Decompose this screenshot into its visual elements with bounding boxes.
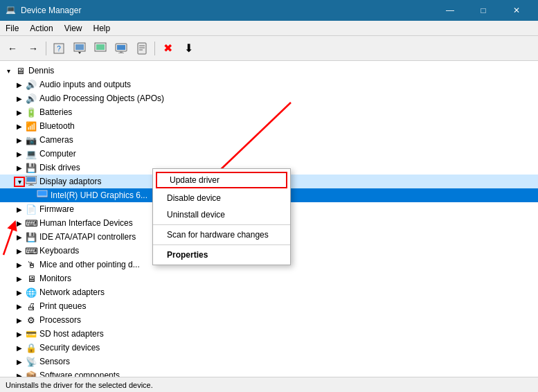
context-menu-scan[interactable]: Scan for hardware changes bbox=[153, 226, 290, 243]
expand-icon[interactable]: ▶ bbox=[14, 123, 25, 130]
svg-rect-17 bbox=[30, 184, 33, 185]
tree-label: Processors bbox=[39, 315, 81, 325]
expand-icon[interactable]: ▶ bbox=[14, 150, 25, 158]
context-menu-disable-device[interactable]: Disable device bbox=[153, 190, 290, 206]
tree-label: Monitors bbox=[39, 274, 71, 283]
expand-icon[interactable]: ▶ bbox=[14, 303, 25, 310]
toolbar-monitor[interactable] bbox=[111, 39, 131, 58]
svg-rect-8 bbox=[117, 45, 125, 50]
toolbar-scan[interactable] bbox=[91, 39, 110, 58]
maximize-button[interactable]: □ bbox=[467, 0, 499, 21]
svg-rect-6 bbox=[96, 44, 105, 50]
svg-rect-11 bbox=[138, 43, 146, 54]
computer-icon: 🖥 bbox=[14, 66, 26, 76]
list-item[interactable]: ▶ 🖨 Print queues bbox=[0, 299, 538, 313]
expand-icon[interactable]: ▶ bbox=[14, 344, 25, 352]
expand-icon[interactable]: ▶ bbox=[14, 164, 25, 172]
list-item[interactable]: ▶ 🔊 Audio inputs and outputs bbox=[0, 78, 538, 91]
context-menu: Update driver Disable device Uninstall d… bbox=[152, 168, 291, 265]
toolbar-remove[interactable]: ✖ bbox=[158, 39, 177, 58]
list-item[interactable]: ▶ 🖥 Monitors bbox=[0, 271, 538, 285]
expand-icon[interactable]: ▶ bbox=[14, 275, 25, 283]
tree-label: Sensors bbox=[39, 357, 70, 366]
list-item[interactable]: ▶ 🔋 Batteries bbox=[0, 105, 538, 119]
tree-label: Keyboards bbox=[39, 246, 79, 256]
main-container: ▾ 🖥 Dennis ▶ 🔊 Audio inputs and outputs … bbox=[0, 61, 538, 377]
toolbar-update[interactable] bbox=[70, 39, 89, 58]
expand-icon[interactable]: ▶ bbox=[14, 95, 25, 103]
toolbar-settings[interactable] bbox=[132, 39, 152, 58]
list-item[interactable]: ▶ 🔊 Audio Processing Objects (APOs) bbox=[0, 91, 538, 105]
tree-label: Human Interface Devices bbox=[39, 218, 133, 228]
expand-icon[interactable]: ▶ bbox=[14, 206, 25, 213]
toolbar-sep1 bbox=[46, 42, 46, 55]
root-expand-icon[interactable]: ▾ bbox=[3, 67, 14, 75]
expand-icon[interactable]: ▶ bbox=[14, 247, 25, 255]
expand-icon[interactable]: ▶ bbox=[14, 81, 25, 89]
list-item[interactable]: ▶ 💻 Computer bbox=[0, 147, 538, 161]
expand-icon[interactable]: ▶ bbox=[14, 220, 25, 227]
root-label: Dennis bbox=[28, 66, 54, 75]
status-text: Uninstalls the driver for the selected d… bbox=[6, 381, 153, 389]
expand-icon[interactable]: ▶ bbox=[14, 136, 25, 144]
toolbar-download[interactable]: ⬇ bbox=[179, 39, 198, 58]
svg-rect-18 bbox=[28, 185, 34, 186]
display-adaptors-expand-icon[interactable]: ▾ bbox=[14, 177, 25, 187]
expand-icon[interactable]: ▶ bbox=[14, 358, 25, 366]
minimize-button[interactable]: — bbox=[434, 0, 466, 21]
tree-label: Audio inputs and outputs bbox=[39, 80, 131, 89]
tree-label: Computer bbox=[39, 149, 76, 159]
tree-label: Display adaptors bbox=[39, 177, 101, 186]
expand-icon[interactable]: ▶ bbox=[14, 372, 25, 377]
svg-rect-9 bbox=[120, 51, 123, 53]
menu-action[interactable]: Action bbox=[24, 21, 58, 35]
tree-label: Firmware bbox=[39, 204, 74, 214]
context-menu-properties[interactable]: Properties bbox=[153, 247, 290, 263]
tree-label: Software components bbox=[39, 371, 120, 377]
tree-label: Disk drives bbox=[39, 163, 80, 172]
toolbar-sep2 bbox=[154, 42, 155, 55]
title-bar: 💻 Device Manager — □ ✕ bbox=[0, 0, 538, 21]
list-item[interactable]: ▶ 🔒 Security devices bbox=[0, 341, 538, 355]
svg-rect-20 bbox=[38, 190, 47, 195]
tree-label: Network adapters bbox=[39, 287, 105, 297]
menu-help[interactable]: Help bbox=[88, 21, 116, 35]
app-icon: 💻 bbox=[6, 5, 17, 16]
tree-label: Cameras bbox=[39, 135, 73, 145]
menu-file[interactable]: File bbox=[0, 21, 24, 35]
expand-icon[interactable]: ▶ bbox=[14, 261, 25, 269]
svg-rect-16 bbox=[27, 177, 36, 181]
toolbar-back[interactable]: ← bbox=[3, 39, 22, 58]
list-item[interactable]: ▶ 📡 Sensors bbox=[0, 355, 538, 368]
tree-label: Security devices bbox=[39, 343, 100, 353]
tree-label: Batteries bbox=[39, 107, 72, 117]
toolbar-properties[interactable]: ? bbox=[49, 39, 69, 58]
expand-icon[interactable]: ▶ bbox=[14, 109, 25, 116]
expand-icon bbox=[25, 192, 36, 199]
close-button[interactable]: ✕ bbox=[501, 0, 532, 21]
expand-icon[interactable]: ▶ bbox=[14, 317, 25, 324]
context-menu-update-driver[interactable]: Update driver bbox=[156, 172, 287, 188]
tree-label: SD host adapters bbox=[39, 329, 104, 339]
list-item[interactable]: ▶ 💳 SD host adapters bbox=[0, 327, 538, 341]
context-menu-uninstall-device[interactable]: Uninstall device bbox=[153, 206, 290, 223]
expand-icon[interactable]: ▶ bbox=[14, 330, 25, 338]
tree-label: Bluetooth bbox=[39, 121, 75, 131]
tree-label: Print queues bbox=[39, 301, 86, 311]
list-item[interactable]: ▶ 🌐 Network adapters bbox=[0, 285, 538, 299]
list-item[interactable]: ▶ 📶 Bluetooth bbox=[0, 119, 538, 133]
tree-label: Mice and other pointing d... bbox=[39, 260, 140, 269]
window-title: Device Manager bbox=[21, 6, 81, 15]
tree-label: Audio Processing Objects (APOs) bbox=[39, 93, 164, 103]
expand-icon[interactable]: ▶ bbox=[14, 233, 25, 241]
list-item[interactable]: ▶ ⚙ Processors bbox=[0, 313, 538, 327]
svg-rect-3 bbox=[75, 44, 84, 50]
tree-root[interactable]: ▾ 🖥 Dennis bbox=[0, 64, 538, 78]
expand-icon[interactable]: ▶ bbox=[14, 289, 25, 296]
menu-view[interactable]: View bbox=[59, 21, 88, 35]
status-bar: Uninstalls the driver for the selected d… bbox=[0, 377, 538, 392]
list-item[interactable]: ▶ 📦 Software components bbox=[0, 368, 538, 377]
toolbar-forward[interactable]: → bbox=[24, 39, 43, 58]
list-item[interactable]: ▶ 📷 Cameras bbox=[0, 133, 538, 147]
menu-bar: File Action View Help bbox=[0, 21, 538, 36]
